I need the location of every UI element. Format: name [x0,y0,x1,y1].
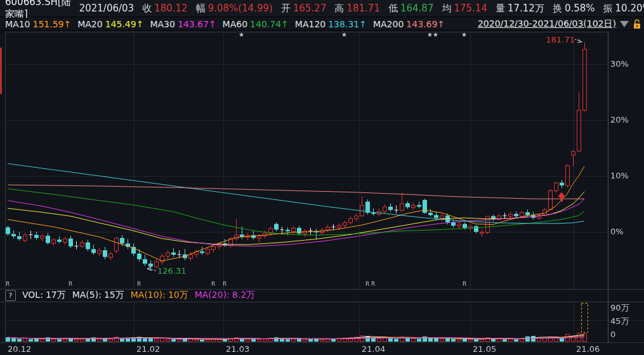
low-price-annotation: 126.31 [157,266,187,276]
date-range-control[interactable]: 2020/12/30-2021/06/03(102日) [478,18,644,30]
trade-date: 2021/06/03 [79,3,134,14]
stat-volume: 量17.12万 [496,3,544,15]
ma10-legend: MA10151.59↑ [5,19,71,29]
stat-turnover: 换0.58% [553,3,595,15]
ma-legend-bar: MA10151.59↑ MA20145.49↑ MA30143.67↑ MA60… [0,18,644,30]
high-price-annotation: 181.71 [543,35,575,44]
ma120-legend: MA120138.31↑ [295,19,367,29]
vol-legend: VOL:17万 [22,290,66,301]
top-stats-bar: 600663.SH[陆家嘴] 2021/06/03 收180.12 幅9.08%… [0,0,644,17]
ma60-legend: MA60140.74↑ [223,19,289,29]
ma30-legend: MA30143.67↑ [150,19,216,29]
stat-high: 高181.71 [334,3,380,15]
date-range-label[interactable]: 2020/12/30-2021/06/03(102日) [478,18,616,30]
vol-ma10-legend: MA(10):10万 [131,290,188,301]
ma200-legend: MA200143.69↑ [373,19,445,29]
vol-ma20-legend: MA(20):8.2万 [195,290,255,301]
stat-amplitude: 振10.20% [603,3,644,15]
unlock-icon[interactable] [633,19,641,29]
stat-open: 开165.27 [281,3,327,15]
stat-change: 幅9.08%(14.99) [196,3,273,15]
kline-chart-canvas[interactable] [0,0,644,355]
help-icon[interactable]: ? [5,290,16,301]
volume-legend-bar: ? VOL:17万 MA(5):15万 MA(10):10万 MA(20):8.… [5,290,255,301]
vol-ma5-legend: MA(5):15万 [72,290,124,301]
stat-low: 低164.87 [388,3,434,15]
left-edge-indicator [0,48,2,94]
stat-avg: 均175.14 [442,3,487,15]
chevron-down-icon[interactable] [620,21,629,27]
ma20-legend: MA20145.49↑ [77,19,143,29]
stat-close: 收180.12 [142,3,188,15]
